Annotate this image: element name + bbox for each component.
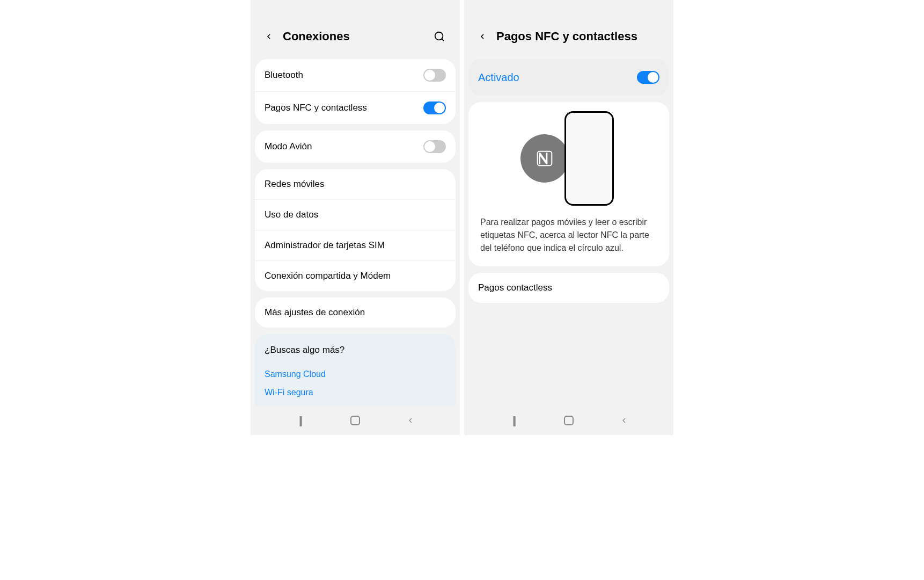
search-icon [434,31,445,42]
nav-recents-right[interactable]: ||| [505,412,522,429]
contactless-payments-label: Pagos contactless [478,282,659,293]
hotspot-label: Conexión compartida y Módem [265,271,446,281]
airplane-mode-label: Modo Avión [265,141,423,152]
nfc-detail-panel: Pagos NFC y contactless Activado Para re… [464,0,673,435]
mobile-networks-row[interactable]: Redes móviles [255,169,456,199]
contactless-payments-row[interactable]: Pagos contactless [468,273,669,303]
data-usage-label: Uso de datos [265,209,446,220]
nav-home[interactable] [347,412,363,429]
sim-manager-label: Administrador de tarjetas SIM [265,240,446,251]
screenshot-container: Conexiones Bluetooth Pagos NFC y contact… [251,0,673,435]
phone-outline [564,111,614,206]
nfc-illustration [468,102,669,199]
nav-recents[interactable]: ||| [292,412,308,429]
back-button[interactable] [259,27,278,46]
nfc-info-card: Para realizar pagos móviles y leer o esc… [468,102,669,266]
nfc-payments-row[interactable]: Pagos NFC y contactless [255,91,456,124]
recents-icon: ||| [299,415,301,427]
recents-icon: ||| [512,415,515,427]
settings-group-4: Más ajustes de conexión [255,298,456,328]
connections-panel: Conexiones Bluetooth Pagos NFC y contact… [251,0,460,435]
activated-row[interactable]: Activado [468,59,669,96]
search-button[interactable] [430,27,449,46]
back-icon [406,416,415,425]
content-right: Activado Para realizar pagos móviles y l… [464,59,673,309]
page-title: Conexiones [283,30,430,44]
samsung-cloud-link[interactable]: Samsung Cloud [265,365,446,383]
chevron-left-icon [265,32,273,41]
chevron-left-icon [478,32,487,41]
contactless-card: Pagos contactless [468,273,669,303]
more-connection-settings-label: Más ajustes de conexión [265,307,446,318]
nfc-reader-circle [520,134,569,183]
sim-manager-row[interactable]: Administrador de tarjetas SIM [255,230,456,260]
activated-label: Activado [478,71,519,84]
nfc-payments-label: Pagos NFC y contactless [265,103,423,113]
nav-back[interactable] [402,412,419,429]
bluetooth-label: Bluetooth [265,70,423,81]
settings-group-1: Bluetooth Pagos NFC y contactless [255,59,456,124]
nfc-payments-toggle[interactable] [423,102,446,114]
nfc-icon [536,150,553,167]
mobile-networks-label: Redes móviles [265,179,446,190]
more-connection-settings-row[interactable]: Más ajustes de conexión [255,298,456,328]
suggestions-card: ¿Buscas algo más? Samsung Cloud Wi-Fi se… [255,334,456,406]
nfc-description: Para realizar pagos móviles y leer o esc… [468,199,669,266]
bluetooth-toggle[interactable] [423,69,446,82]
back-icon [620,416,628,425]
page-title-right: Pagos NFC y contactless [496,30,663,44]
nav-back-right[interactable] [616,412,632,429]
activated-card: Activado [468,59,669,96]
data-usage-row[interactable]: Uso de datos [255,199,456,230]
airplane-mode-row[interactable]: Modo Avión [255,130,456,163]
hotspot-row[interactable]: Conexión compartida y Módem [255,260,456,291]
svg-line-1 [442,39,444,41]
svg-point-0 [435,32,443,40]
settings-group-2: Modo Avión [255,130,456,163]
header-left: Conexiones [251,0,460,59]
suggestions-title: ¿Buscas algo más? [265,345,446,356]
activated-toggle[interactable] [637,71,659,84]
nav-home-right[interactable] [561,412,577,429]
navigation-bar-right: ||| [464,406,673,435]
bluetooth-row[interactable]: Bluetooth [255,59,456,91]
back-button-right[interactable] [473,27,492,46]
home-icon [350,416,360,425]
navigation-bar-left: ||| [251,406,460,435]
settings-group-3: Redes móviles Uso de datos Administrador… [255,169,456,291]
airplane-mode-toggle[interactable] [423,140,446,153]
wifi-secure-link[interactable]: Wi-Fi segura [265,383,446,402]
content-left: Bluetooth Pagos NFC y contactless Modo A… [251,59,460,406]
header-right: Pagos NFC y contactless [464,0,673,59]
home-icon [564,416,574,425]
